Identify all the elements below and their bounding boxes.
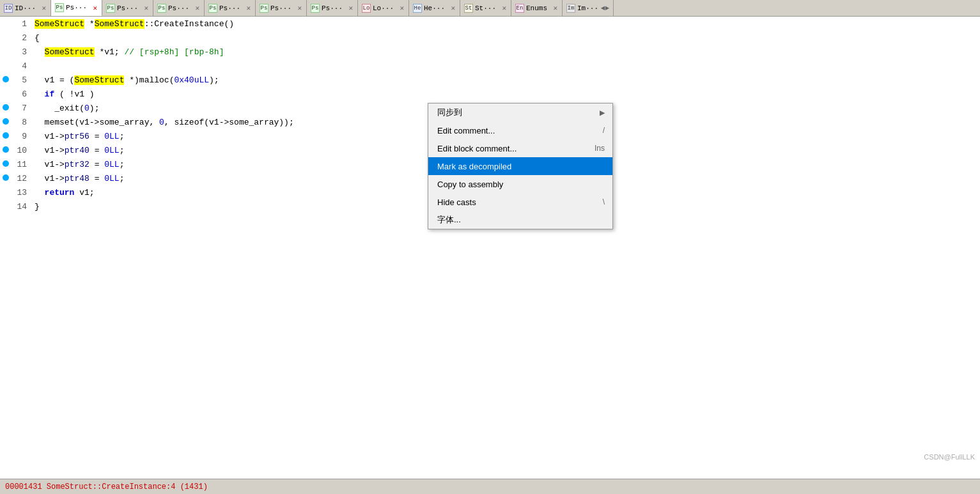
line-number: 1 <box>12 17 32 31</box>
breakpoint-indicator <box>3 118 9 125</box>
line-number: 5 <box>12 73 32 87</box>
tab-he-icon: He <box>413 4 422 13</box>
tab-st[interactable]: St St··· ✕ <box>460 0 511 16</box>
tab-lo-label: Lo··· <box>373 4 397 12</box>
tab-ps3-close[interactable]: ✕ <box>194 4 200 12</box>
line-number: 12 <box>12 171 32 185</box>
menu-item-edit-block-comment[interactable]: Edit block comment... Ins <box>428 139 612 157</box>
table-row: 4 <box>0 59 980 73</box>
menu-item-mark-decompiled-label: Mark as decompiled <box>437 162 605 171</box>
code-content: SomeStruct *SomeStruct::CreateInstance() <box>32 17 980 31</box>
table-row: 2 { <box>0 31 980 45</box>
line-number: 6 <box>12 87 32 101</box>
breakpoint-indicator <box>3 146 9 153</box>
menu-item-hide-casts-shortcut: \ <box>603 197 605 206</box>
line-number: 4 <box>12 59 32 73</box>
tab-id[interactable]: ID ID··· ✕ <box>0 0 51 16</box>
menu-item-font[interactable]: 字体... <box>428 211 612 229</box>
tab-ps2[interactable]: Ps Ps··· ✕ <box>102 0 153 16</box>
menu-item-edit-comment-shortcut: / <box>603 126 605 135</box>
submenu-arrow-icon: ▶ <box>600 109 605 117</box>
breakpoint-indicator <box>3 76 9 82</box>
tab-id-icon: ID <box>4 4 13 13</box>
bullet-cell <box>0 199 12 213</box>
bullet-cell <box>0 101 12 115</box>
tab-lo-close[interactable]: ✕ <box>399 4 405 12</box>
line-number: 7 <box>12 101 32 115</box>
tab-im[interactable]: Im Im··· ◄► <box>563 0 614 16</box>
tab-en-label: Enums <box>526 4 550 12</box>
menu-item-hide-casts[interactable]: Hide casts \ <box>428 193 612 211</box>
bullet-cell <box>0 73 12 87</box>
bullet-cell <box>0 115 12 129</box>
tab-he[interactable]: He He··· ✕ <box>409 0 460 16</box>
tab-ps1-icon: Ps <box>55 3 64 12</box>
bullet-cell <box>0 143 12 157</box>
tab-im-label: Im··· <box>577 4 599 12</box>
menu-item-font-label: 字体... <box>437 214 605 226</box>
tab-ps2-icon: Ps <box>106 4 115 13</box>
tab-id-label: ID··· <box>15 4 39 12</box>
menu-item-sync-to[interactable]: 同步到 ▶ <box>428 104 612 121</box>
tab-id-close[interactable]: ✕ <box>41 4 47 12</box>
menu-item-copy-to-assembly-label: Copy to assembly <box>437 180 605 189</box>
line-number: 14 <box>12 199 32 213</box>
code-content <box>32 59 980 73</box>
code-content: if ( !v1 ) <box>32 87 980 101</box>
menu-item-edit-block-comment-shortcut: Ins <box>595 144 605 153</box>
bullet-cell <box>0 157 12 171</box>
tab-he-label: He··· <box>424 4 448 12</box>
tab-ps1[interactable]: Ps Ps··· ✕ <box>51 0 102 16</box>
line-number: 8 <box>12 115 32 129</box>
tab-ps5-icon: Ps <box>260 4 268 13</box>
tab-ps6-close[interactable]: ✕ <box>348 4 354 12</box>
tab-en[interactable]: En Enums ✕ <box>511 0 563 16</box>
table-row: 5 v1 = (SomeStruct *)malloc(0x40uLL); <box>0 73 980 87</box>
menu-item-edit-comment[interactable]: Edit comment... / <box>428 121 612 139</box>
tab-ps5-close[interactable]: ✕ <box>297 4 302 12</box>
tab-st-label: St··· <box>475 4 499 12</box>
line-number: 3 <box>12 45 32 59</box>
tab-ps3[interactable]: Ps Ps··· ✕ <box>153 0 205 16</box>
tab-en-close[interactable]: ✕ <box>552 4 558 12</box>
tab-he-close[interactable]: ✕ <box>450 4 456 12</box>
tab-lo[interactable]: Lo Lo··· ✕ <box>358 0 409 16</box>
tab-lo-icon: Lo <box>362 4 371 13</box>
menu-item-mark-decompiled[interactable]: Mark as decompiled <box>428 157 612 175</box>
menu-item-edit-comment-label: Edit comment... <box>437 126 590 135</box>
code-editor[interactable]: 1 SomeStruct *SomeStruct::CreateInstance… <box>0 17 980 479</box>
tab-ps5[interactable]: Ps Ps··· ✕ <box>256 0 307 16</box>
status-text: 00001431 SomeStruct::CreateInstance:4 (1… <box>5 482 208 491</box>
tab-ps1-label: Ps··· <box>66 4 90 12</box>
tab-ps3-icon: Ps <box>157 4 166 13</box>
bullet-cell <box>0 129 12 143</box>
tab-ps5-label: Ps··· <box>270 4 295 12</box>
menu-item-sync-to-label: 同步到 <box>437 107 600 118</box>
tab-ps6[interactable]: Ps Ps··· ✕ <box>307 0 358 16</box>
breakpoint-indicator <box>3 160 9 167</box>
status-bar: 00001431 SomeStruct::CreateInstance:4 (1… <box>0 479 980 494</box>
tab-im-icon: Im <box>566 4 575 13</box>
line-number: 9 <box>12 129 32 143</box>
code-content: SomeStruct *v1; // [rsp+8h] [rbp-8h] <box>32 45 980 59</box>
line-number: 10 <box>12 143 32 157</box>
table-row: 1 SomeStruct *SomeStruct::CreateInstance… <box>0 17 980 31</box>
line-number: 11 <box>12 157 32 171</box>
tab-st-close[interactable]: ✕ <box>501 4 507 12</box>
menu-item-copy-to-assembly[interactable]: Copy to assembly <box>428 175 612 193</box>
tab-ps2-close[interactable]: ✕ <box>143 4 149 12</box>
bullet-cell <box>0 185 12 199</box>
tab-bar: ID ID··· ✕ Ps Ps··· ✕ Ps Ps··· ✕ Ps Ps··… <box>0 0 980 17</box>
context-menu: 同步到 ▶ Edit comment... / Edit block comme… <box>428 103 613 229</box>
line-number: 2 <box>12 31 32 45</box>
tab-ps4[interactable]: Ps Ps··· ✕ <box>205 0 256 16</box>
tab-ps4-close[interactable]: ✕ <box>245 4 251 12</box>
code-content: { <box>32 31 980 45</box>
breakpoint-indicator <box>3 174 9 181</box>
tab-st-icon: St <box>464 4 473 13</box>
menu-item-hide-casts-label: Hide casts <box>437 197 590 207</box>
line-number: 13 <box>12 185 32 199</box>
tab-ps1-close[interactable]: ✕ <box>92 4 98 12</box>
bullet-cell <box>0 17 12 31</box>
table-row: 3 SomeStruct *v1; // [rsp+8h] [rbp-8h] <box>0 45 980 59</box>
